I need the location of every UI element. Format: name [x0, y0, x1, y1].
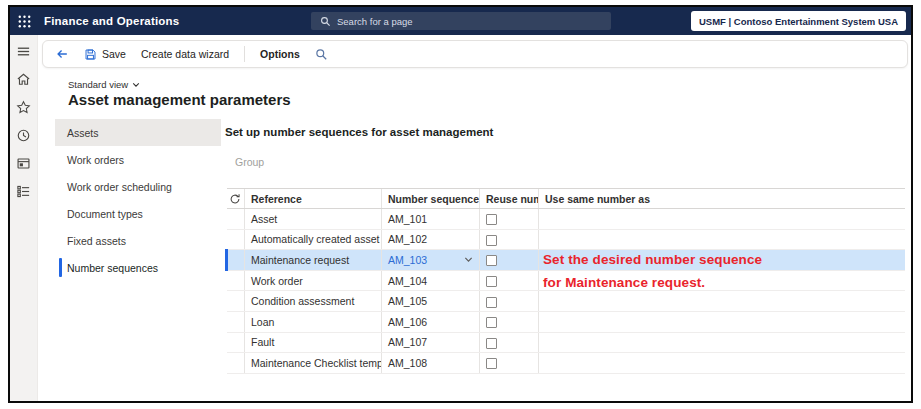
use-same-number-cell[interactable] — [539, 250, 906, 271]
reference-cell: Loan — [245, 311, 382, 332]
grid-header-row: Reference Number sequence code Reuse num… — [227, 189, 906, 209]
save-button[interactable]: Save — [84, 48, 126, 61]
grid-row-condition-assessment: Condition assessment AM_105 — [227, 291, 906, 312]
use-same-number-cell[interactable] — [539, 332, 906, 353]
code-cell[interactable]: AM_107 — [382, 332, 480, 353]
nav-item-assets[interactable]: Assets — [55, 119, 221, 146]
reuse-numbers-checkbox[interactable] — [486, 297, 497, 308]
search-icon — [320, 16, 331, 27]
search-placeholder: Search for a page — [337, 16, 413, 27]
code-cell[interactable]: AM_102 — [382, 229, 480, 250]
reference-cell: Asset — [245, 209, 382, 230]
refresh-icon[interactable] — [229, 193, 243, 205]
nav-item-number-sequences[interactable]: Number sequences — [55, 254, 221, 281]
parameters-nav-panel: Assets Work orders Work order scheduling… — [55, 119, 221, 281]
reuse-numbers-checkbox[interactable] — [486, 338, 497, 349]
group-field-label: Group — [235, 156, 264, 168]
code-cell[interactable]: AM_108 — [382, 353, 480, 374]
grid-row-work-order: Work order AM_104 — [227, 270, 906, 291]
reuse-numbers-checkbox[interactable] — [486, 317, 497, 328]
save-floppy-icon — [84, 48, 97, 61]
grid-row-maintenance-request-selected: Maintenance request AM_103 — [227, 250, 906, 271]
grid-row-automatically-created-asset: Automatically created asset AM_102 — [227, 229, 906, 250]
use-same-number-cell[interactable] — [539, 270, 906, 291]
nav-item-work-order-scheduling[interactable]: Work order scheduling — [55, 173, 221, 200]
use-same-number-cell[interactable] — [539, 291, 906, 312]
app-launcher-waffle-icon[interactable] — [10, 15, 38, 28]
nav-item-work-orders[interactable]: Work orders — [55, 146, 221, 173]
view-selector-label: Standard view — [68, 79, 128, 90]
reference-cell: Automatically created asset — [245, 229, 382, 250]
command-bar: Save Create data wizard Options — [42, 40, 908, 68]
code-cell[interactable]: AM_101 — [382, 209, 480, 230]
navigation-rail — [10, 35, 38, 401]
reuse-numbers-checkbox[interactable] — [486, 214, 497, 225]
number-sequences-grid: Reference Number sequence code Reuse num… — [225, 188, 905, 374]
reference-cell: Fault — [245, 332, 382, 353]
use-same-number-cell[interactable] — [539, 353, 906, 374]
section-heading: Set up number sequences for asset manage… — [225, 126, 493, 138]
modules-list-icon[interactable] — [16, 184, 31, 199]
nav-item-fixed-assets[interactable]: Fixed assets — [55, 227, 221, 254]
grid-row-asset: Asset AM_101 — [227, 209, 906, 230]
command-bar-divider — [244, 46, 245, 62]
hamburger-menu-icon[interactable] — [16, 44, 31, 59]
nav-item-document-types[interactable]: Document types — [55, 200, 221, 227]
grid-row-loan: Loan AM_106 — [227, 311, 906, 332]
use-same-number-cell[interactable] — [539, 229, 906, 250]
reuse-numbers-checkbox[interactable] — [486, 276, 497, 287]
app-title: Finance and Operations — [44, 15, 179, 27]
command-search-icon[interactable] — [315, 48, 328, 61]
code-cell[interactable]: AM_106 — [382, 311, 480, 332]
reference-cell: Condition assessment — [245, 291, 382, 312]
main-area: Save Create data wizard Options Standard… — [38, 35, 911, 401]
home-icon[interactable] — [16, 72, 31, 87]
page-title: Asset management parameters — [68, 91, 291, 108]
code-dropdown-chevron-icon[interactable] — [464, 255, 473, 264]
reuse-numbers-checkbox[interactable] — [486, 358, 497, 369]
app-window: Finance and Operations Search for a page… — [8, 5, 913, 403]
use-same-number-cell[interactable] — [539, 311, 906, 332]
reference-cell: Maintenance Checklist template — [245, 353, 382, 374]
number-sequence-code-value[interactable]: AM_103 — [388, 254, 427, 266]
column-header-use-same-number-as[interactable]: Use same number as — [539, 189, 906, 209]
favorites-star-icon[interactable] — [16, 100, 31, 115]
environment-company-button[interactable]: USMF | Contoso Entertainment System USA — [691, 11, 906, 31]
grid-row-maintenance-checklist-template: Maintenance Checklist template AM_108 — [227, 353, 906, 374]
reference-cell: Maintenance request — [245, 250, 382, 271]
code-cell[interactable]: AM_104 — [382, 270, 480, 291]
use-same-number-cell[interactable] — [539, 209, 906, 230]
grid-row-fault: Fault AM_107 — [227, 332, 906, 353]
workspaces-icon[interactable] — [16, 156, 31, 171]
chevron-down-icon — [132, 81, 140, 89]
column-header-number-sequence-code[interactable]: Number sequence code — [382, 189, 480, 209]
column-header-reference[interactable]: Reference — [245, 189, 382, 209]
code-cell[interactable]: AM_103 — [382, 250, 480, 271]
options-menu-button[interactable]: Options — [260, 48, 300, 60]
column-header-reuse-numbers[interactable]: Reuse numbers — [480, 189, 539, 209]
save-label: Save — [102, 48, 126, 60]
reuse-numbers-checkbox[interactable] — [486, 235, 497, 246]
create-data-wizard-button[interactable]: Create data wizard — [141, 48, 229, 60]
reference-cell: Work order — [245, 270, 382, 291]
view-selector[interactable]: Standard view — [68, 79, 140, 90]
reuse-numbers-checkbox[interactable] — [486, 255, 497, 266]
back-button[interactable] — [55, 47, 69, 61]
top-navigation-bar: Finance and Operations Search for a page… — [10, 7, 911, 35]
page-search-input[interactable]: Search for a page — [311, 12, 611, 30]
recent-clock-icon[interactable] — [16, 128, 31, 143]
code-cell[interactable]: AM_105 — [382, 291, 480, 312]
